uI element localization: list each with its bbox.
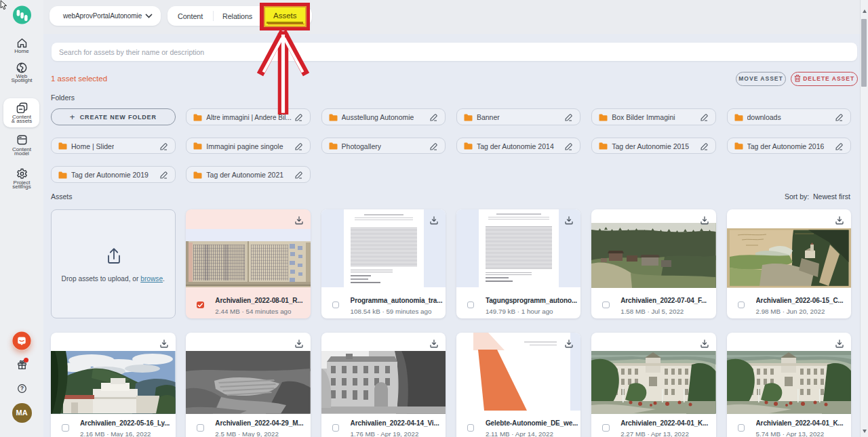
svg-text:?: ? [20, 386, 24, 392]
